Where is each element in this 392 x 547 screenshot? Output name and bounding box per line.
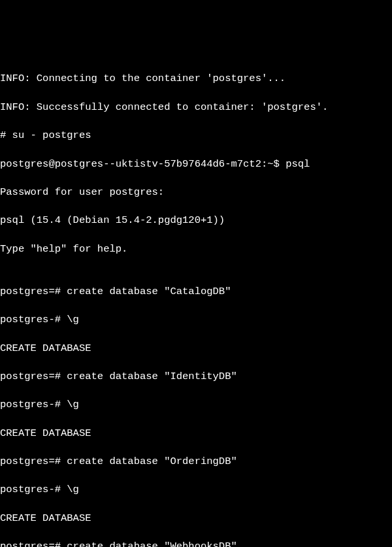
psql-command: postgres-# \g	[0, 313, 392, 327]
psql-command: postgres=# create database "IdentityDB"	[0, 370, 392, 384]
info-line: INFO: Successfully connected to containe…	[0, 101, 392, 115]
psql-response: CREATE DATABASE	[0, 427, 392, 441]
password-prompt: Password for user postgres:	[0, 186, 392, 200]
psql-command: postgres=# create database "WebhooksDB"	[0, 540, 392, 547]
psql-command: postgres=# create database "CatalogDB"	[0, 285, 392, 299]
psql-command: postgres=# create database "OrderingDB"	[0, 455, 392, 469]
psql-command: postgres-# \g	[0, 483, 392, 497]
psql-response: CREATE DATABASE	[0, 512, 392, 526]
psql-response: CREATE DATABASE	[0, 342, 392, 356]
info-line: INFO: Connecting to the container 'postg…	[0, 72, 392, 86]
shell-prompt: postgres@postgres--uktistv-57b97644d6-m7…	[0, 157, 392, 172]
psql-version: psql (15.4 (Debian 15.4-2.pgdg120+1))	[0, 214, 392, 228]
psql-command: postgres-# \g	[0, 398, 392, 412]
terminal-output[interactable]: INFO: Connecting to the container 'postg…	[0, 58, 392, 547]
shell-command: # su - postgres	[0, 129, 392, 143]
psql-help-hint: Type "help" for help.	[0, 242, 392, 257]
